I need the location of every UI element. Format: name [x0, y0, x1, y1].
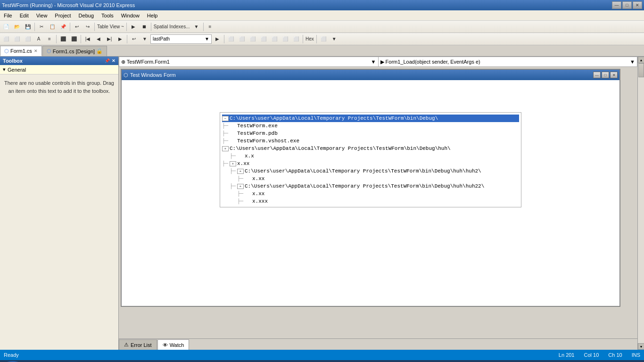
minimize-button[interactable]: —: [612, 1, 621, 9]
tree-row[interactable]: ├─+C:\Users\user\AppData\Local\Temporary…: [222, 167, 519, 175]
tb2-3[interactable]: ⬜: [23, 34, 33, 44]
tb2-5[interactable]: ≡: [44, 34, 55, 44]
toolbox-expand-icon: ▾: [3, 66, 6, 73]
tb2-drop3[interactable]: ▼: [329, 34, 339, 44]
tree-expand[interactable]: −: [222, 116, 229, 121]
toolbox-close[interactable]: ✕: [112, 58, 116, 63]
tb2-a[interactable]: ⬜: [226, 34, 236, 44]
tb-new[interactable]: 📄: [1, 22, 11, 32]
menu-help[interactable]: Help: [143, 12, 162, 19]
tb-cut[interactable]: ✂: [36, 22, 47, 32]
tree-row-text: C:\Users\user\AppData\Local\Temporary Pr…: [230, 146, 451, 151]
tab-form1cs-design[interactable]: ⬡ Form1.cs [Design] 🔒: [42, 46, 107, 56]
scroll-track[interactable]: [638, 63, 644, 343]
menu-file[interactable]: File: [0, 12, 16, 19]
tree-indent: ├─: [230, 153, 237, 159]
vertical-scroll[interactable]: ▲ ▼: [638, 57, 644, 350]
method-dropdown[interactable]: ▶ Form1_Load(object sender, EventArgs e)…: [379, 57, 638, 67]
menu-window[interactable]: Window: [117, 12, 143, 19]
btab-watch[interactable]: 👁 Watch: [157, 339, 190, 350]
tree-row-text: x.xx: [237, 161, 249, 166]
form-window-container: ⬡ Test Windows Form — □ ✕ −C:\Users\user…: [119, 67, 637, 338]
menu-view[interactable]: View: [33, 12, 51, 19]
tb2-execute[interactable]: ▶: [212, 34, 223, 44]
tb2-b[interactable]: ⬜: [237, 34, 247, 44]
tb-open[interactable]: 📂: [12, 22, 22, 32]
tb-save[interactable]: 💾: [23, 22, 33, 32]
right-scrollbar[interactable]: ▲ ▼: [637, 57, 644, 350]
tb2-6[interactable]: ⬛: [58, 34, 68, 44]
toolbox-section[interactable]: ▾ General: [0, 65, 118, 74]
tree-row[interactable]: ├─TestWForm.vshost.exe: [222, 137, 519, 145]
lastpath-combo[interactable]: lastPath ▼: [150, 34, 212, 44]
tb-paste[interactable]: 📌: [58, 22, 68, 32]
tree-row[interactable]: ├─TestWForm.pdb: [222, 130, 519, 137]
toolbox-empty-text: There are no usable controls in this gro…: [0, 74, 118, 99]
scroll-down[interactable]: ▼: [638, 343, 644, 350]
tree-row[interactable]: −C:\Users\user\AppData\Local\Temporary P…: [222, 115, 519, 122]
tree-row[interactable]: ├─x.xx: [222, 190, 519, 197]
tb2-d[interactable]: ⬜: [258, 34, 269, 44]
tree-indent: ├─: [237, 176, 245, 181]
form-controls[interactable]: — □ ✕: [593, 72, 618, 78]
tb2-4[interactable]: A: [33, 34, 44, 44]
tb2-8[interactable]: |◀: [83, 34, 93, 44]
tb2-drop2[interactable]: ▼: [140, 34, 150, 44]
toolbox-controls[interactable]: 📌 ✕: [105, 58, 116, 63]
tree-row[interactable]: ├─+x.xx: [222, 160, 519, 167]
maximize-button[interactable]: □: [622, 1, 632, 9]
tb2-10[interactable]: ▶|: [104, 34, 115, 44]
tree-expand[interactable]: +: [222, 146, 229, 151]
tree-row[interactable]: ├─x.x: [222, 152, 519, 160]
tb2-undo2[interactable]: ↩: [129, 34, 139, 44]
tb2-2[interactable]: ⬜: [12, 34, 22, 44]
form-close[interactable]: ✕: [610, 72, 618, 78]
tree-row[interactable]: ├─x.xx: [222, 175, 519, 182]
close-button[interactable]: ✕: [633, 1, 642, 9]
tb2-7[interactable]: ⬛: [69, 34, 79, 44]
tb2-last[interactable]: ⬜: [318, 34, 329, 44]
scroll-up[interactable]: ▲: [638, 57, 644, 63]
tree-row[interactable]: ├─+C:\Users\user\AppData\Local\Temporary…: [222, 182, 519, 190]
tab-design-label: Form1.cs [Design]: [53, 49, 95, 54]
status-right: Ln 201 Col 10 Ch 10 INS: [559, 352, 640, 358]
form-maximize[interactable]: □: [602, 72, 609, 78]
tb2-c[interactable]: ⬜: [248, 34, 258, 44]
tab-form1cs[interactable]: ⬡ Form1.cs ✕: [0, 46, 42, 56]
title-bar-controls[interactable]: — □ ✕: [612, 1, 642, 9]
form-minimize[interactable]: —: [593, 72, 601, 78]
menu-project[interactable]: Project: [51, 12, 74, 19]
tb2-1[interactable]: ⬜: [1, 34, 11, 44]
tb2-f[interactable]: ⬜: [280, 34, 290, 44]
class-dropdown-arrow: ▼: [371, 59, 376, 65]
tb-run[interactable]: ▶: [128, 22, 139, 32]
tree-row[interactable]: ├─TestWForm.exe: [222, 122, 519, 130]
tab-form1cs-close[interactable]: ✕: [34, 49, 38, 53]
tb2-9[interactable]: ◀: [93, 34, 104, 44]
tb-undo[interactable]: ↩: [72, 22, 82, 32]
menu-edit[interactable]: Edit: [16, 12, 33, 19]
tb-spatial-drop[interactable]: ▼: [191, 22, 202, 32]
tree-row-text: C:\Users\user\AppData\Local\Temporary Pr…: [245, 183, 484, 189]
tb2-11[interactable]: ▶: [115, 34, 125, 44]
btab-error-list[interactable]: ⚠ Error List: [119, 339, 157, 350]
tree-expand[interactable]: +: [237, 184, 244, 189]
tree-expand[interactable]: +: [237, 169, 244, 174]
tb2-e[interactable]: ⬜: [269, 34, 280, 44]
menu-tools[interactable]: Tools: [98, 12, 117, 19]
toolbox-pin[interactable]: 📌: [105, 58, 110, 63]
tree-row[interactable]: ├─x.xxx: [222, 197, 519, 205]
scroll-thumb[interactable]: [638, 63, 644, 77]
tb2-g[interactable]: ⬜: [291, 34, 301, 44]
tree-row[interactable]: +C:\Users\user\AppData\Local\Temporary P…: [222, 145, 519, 152]
line-number: Ln 201: [559, 352, 575, 358]
menu-debug[interactable]: Debug: [75, 12, 98, 19]
tb-more[interactable]: ≡: [205, 22, 215, 32]
tree-expand[interactable]: +: [230, 161, 236, 166]
class-dropdown[interactable]: ⊕ TestWForm.Form1 ▼: [119, 57, 379, 67]
tb-redo[interactable]: ↪: [83, 22, 93, 32]
tb-copy[interactable]: 📋: [47, 22, 58, 32]
watch-label: Watch: [170, 342, 184, 348]
tb-stop[interactable]: ⏹: [139, 22, 149, 32]
taskbar: ⊞ 🌐 📁 C: 🌀 🔴 🦊 ▶ 📊 ⌨ 🔑 📋 🎨 📈 💻 ▲ 🔊 �: [0, 360, 644, 362]
